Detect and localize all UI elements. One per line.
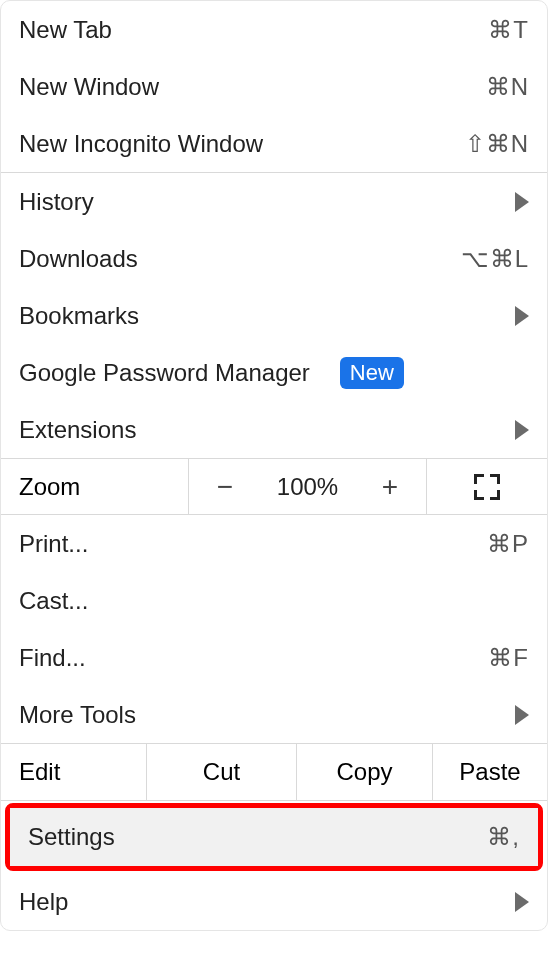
zoom-controls: − 100% +: [189, 459, 427, 514]
fullscreen-button[interactable]: [427, 459, 547, 514]
new-badge: New: [340, 357, 404, 389]
chevron-right-icon: [515, 306, 529, 326]
menu-item-bookmarks[interactable]: Bookmarks: [1, 287, 547, 344]
menu-item-downloads[interactable]: Downloads ⌥⌘L: [1, 230, 547, 287]
new-window-shortcut: ⌘N: [486, 73, 529, 101]
downloads-shortcut: ⌥⌘L: [461, 245, 529, 273]
gpm-label: Google Password Manager: [19, 359, 310, 387]
new-window-label: New Window: [19, 73, 159, 101]
bookmarks-label: Bookmarks: [19, 302, 139, 330]
menu-item-password-manager[interactable]: Google Password Manager New: [1, 344, 547, 401]
new-incognito-shortcut: ⇧⌘N: [465, 130, 529, 158]
cut-button[interactable]: Cut: [147, 744, 297, 800]
menu-item-extensions[interactable]: Extensions: [1, 401, 547, 458]
settings-label: Settings: [28, 823, 115, 851]
extensions-label: Extensions: [19, 416, 136, 444]
history-label: History: [19, 188, 94, 216]
menu-item-help[interactable]: Help: [1, 873, 547, 930]
new-incognito-label: New Incognito Window: [19, 130, 263, 158]
zoom-value: 100%: [277, 473, 338, 501]
fullscreen-icon: [474, 474, 500, 500]
new-tab-shortcut: ⌘T: [488, 16, 529, 44]
menu-item-settings[interactable]: Settings ⌘,: [10, 808, 538, 866]
find-label: Find...: [19, 644, 86, 672]
zoom-label: Zoom: [1, 459, 189, 514]
more-tools-label: More Tools: [19, 701, 136, 729]
chevron-right-icon: [515, 892, 529, 912]
chevron-right-icon: [515, 192, 529, 212]
find-shortcut: ⌘F: [488, 644, 529, 672]
downloads-label: Downloads: [19, 245, 138, 273]
menu-item-print[interactable]: Print... ⌘P: [1, 515, 547, 572]
settings-highlight: Settings ⌘,: [5, 803, 543, 871]
edit-label: Edit: [1, 744, 147, 800]
edit-row: Edit Cut Copy Paste: [1, 743, 547, 801]
zoom-out-button[interactable]: −: [205, 471, 245, 503]
cast-label: Cast...: [19, 587, 88, 615]
new-tab-label: New Tab: [19, 16, 112, 44]
help-label: Help: [19, 888, 68, 916]
zoom-row: Zoom − 100% +: [1, 458, 547, 515]
menu-item-new-incognito[interactable]: New Incognito Window ⇧⌘N: [1, 115, 547, 172]
settings-shortcut: ⌘,: [487, 823, 520, 851]
menu-item-new-tab[interactable]: New Tab ⌘T: [1, 1, 547, 58]
menu-item-new-window[interactable]: New Window ⌘N: [1, 58, 547, 115]
chevron-right-icon: [515, 705, 529, 725]
copy-button[interactable]: Copy: [297, 744, 433, 800]
print-shortcut: ⌘P: [487, 530, 529, 558]
menu-item-history[interactable]: History: [1, 173, 547, 230]
menu-item-more-tools[interactable]: More Tools: [1, 686, 547, 743]
menu-item-cast[interactable]: Cast...: [1, 572, 547, 629]
zoom-in-button[interactable]: +: [370, 471, 410, 503]
menu-item-find[interactable]: Find... ⌘F: [1, 629, 547, 686]
print-label: Print...: [19, 530, 88, 558]
browser-menu: New Tab ⌘T New Window ⌘N New Incognito W…: [0, 0, 548, 931]
chevron-right-icon: [515, 420, 529, 440]
paste-button[interactable]: Paste: [433, 744, 547, 800]
